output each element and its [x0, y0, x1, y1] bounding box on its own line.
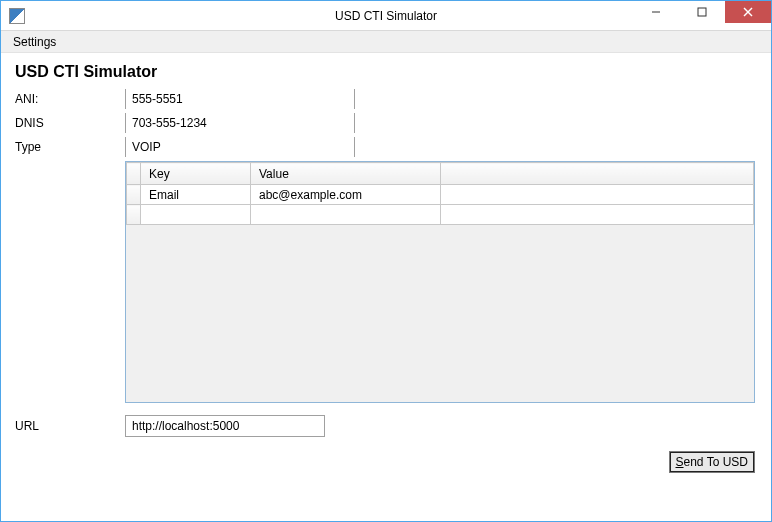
input-ani[interactable] — [125, 89, 355, 109]
send-button-underline: S — [676, 455, 684, 469]
col-header-key[interactable]: Key — [141, 163, 251, 185]
cell-rest[interactable] — [441, 185, 754, 205]
cell-rest[interactable] — [441, 205, 754, 225]
table-row[interactable] — [127, 205, 754, 225]
row-dnis: DNIS — [13, 113, 759, 133]
row-type: Type — [13, 137, 759, 157]
page-title: USD CTI Simulator — [15, 63, 759, 81]
maximize-button[interactable] — [679, 1, 725, 23]
cell-key[interactable]: Email — [141, 185, 251, 205]
kv-grid[interactable]: Key Value Email abc@example.com — [125, 161, 755, 403]
row-ani: ANI: — [13, 89, 759, 109]
cell-value[interactable] — [251, 205, 441, 225]
col-header-value[interactable]: Value — [251, 163, 441, 185]
window-controls — [633, 1, 771, 23]
row-header — [127, 205, 141, 225]
cell-key[interactable] — [141, 205, 251, 225]
send-button-rest: end To USD — [684, 455, 748, 469]
input-type[interactable] — [125, 137, 355, 157]
svg-rect-1 — [698, 8, 706, 16]
row-header-blank — [127, 163, 141, 185]
maximize-icon — [697, 7, 707, 17]
kv-table: Key Value Email abc@example.com — [126, 162, 754, 225]
minimize-button[interactable] — [633, 1, 679, 23]
app-icon — [9, 8, 25, 24]
row-url: URL — [13, 415, 759, 437]
input-dnis[interactable] — [125, 113, 355, 133]
content-area: USD CTI Simulator ANI: DNIS Type Key Val… — [1, 53, 771, 479]
menubar: Settings — [1, 31, 771, 53]
grid-empty-area — [126, 228, 754, 402]
titlebar: USD CTI Simulator — [1, 1, 771, 31]
label-ani: ANI: — [13, 92, 125, 106]
menu-settings[interactable]: Settings — [5, 33, 64, 51]
minimize-icon — [651, 7, 661, 17]
col-header-rest — [441, 163, 754, 185]
row-header — [127, 185, 141, 205]
table-header-row: Key Value — [127, 163, 754, 185]
label-url: URL — [13, 419, 125, 433]
label-dnis: DNIS — [13, 116, 125, 130]
input-url[interactable] — [125, 415, 325, 437]
label-type: Type — [13, 140, 125, 154]
close-icon — [743, 7, 753, 17]
close-button[interactable] — [725, 1, 771, 23]
table-row[interactable]: Email abc@example.com — [127, 185, 754, 205]
send-button[interactable]: Send To USD — [669, 451, 756, 473]
cell-value[interactable]: abc@example.com — [251, 185, 441, 205]
button-row: Send To USD — [13, 451, 759, 473]
